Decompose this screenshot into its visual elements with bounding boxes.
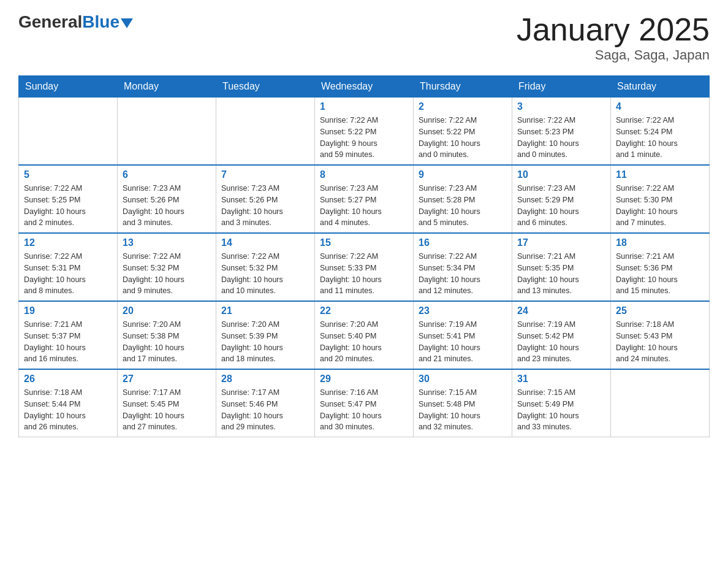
week-row-2: 5Sunrise: 7:22 AM Sunset: 5:25 PM Daylig… (19, 165, 710, 233)
page-subtitle: Saga, Saga, Japan (517, 47, 710, 63)
day-number: 14 (221, 237, 309, 248)
day-number: 12 (24, 237, 112, 248)
header-cell-sunday: Sunday (19, 76, 118, 98)
day-info: Sunrise: 7:22 AM Sunset: 5:34 PM Dayligh… (419, 251, 507, 297)
day-info: Sunrise: 7:22 AM Sunset: 5:24 PM Dayligh… (616, 115, 704, 161)
calendar-cell: 29Sunrise: 7:16 AM Sunset: 5:47 PM Dayli… (315, 369, 414, 437)
calendar-cell (216, 98, 315, 166)
logo: GeneralBlue (18, 12, 133, 32)
day-info: Sunrise: 7:22 AM Sunset: 5:32 PM Dayligh… (123, 251, 211, 297)
day-info: Sunrise: 7:21 AM Sunset: 5:36 PM Dayligh… (616, 251, 704, 297)
calendar-cell: 4Sunrise: 7:22 AM Sunset: 5:24 PM Daylig… (611, 98, 710, 166)
day-number: 20 (123, 305, 211, 316)
header-cell-thursday: Thursday (414, 76, 512, 98)
logo-general-text: General (18, 12, 82, 32)
calendar-cell: 15Sunrise: 7:22 AM Sunset: 5:33 PM Dayli… (315, 233, 414, 301)
logo-triangle-icon (121, 18, 133, 28)
day-info: Sunrise: 7:20 AM Sunset: 5:40 PM Dayligh… (320, 319, 408, 365)
day-number: 26 (24, 373, 112, 385)
calendar-cell: 19Sunrise: 7:21 AM Sunset: 5:37 PM Dayli… (19, 301, 118, 369)
day-number: 21 (221, 305, 309, 316)
day-info: Sunrise: 7:20 AM Sunset: 5:38 PM Dayligh… (123, 319, 211, 365)
day-number: 24 (517, 305, 605, 316)
calendar-table: SundayMondayTuesdayWednesdayThursdayFrid… (18, 75, 710, 437)
day-info: Sunrise: 7:17 AM Sunset: 5:45 PM Dayligh… (123, 387, 211, 433)
header-cell-monday: Monday (118, 76, 216, 98)
calendar-cell: 1Sunrise: 7:22 AM Sunset: 5:22 PM Daylig… (315, 98, 414, 166)
day-info: Sunrise: 7:21 AM Sunset: 5:37 PM Dayligh… (24, 319, 112, 365)
day-number: 1 (320, 101, 408, 112)
day-number: 30 (419, 373, 507, 385)
day-number: 17 (517, 237, 605, 248)
day-info: Sunrise: 7:23 AM Sunset: 5:28 PM Dayligh… (419, 183, 507, 229)
calendar-cell: 7Sunrise: 7:23 AM Sunset: 5:26 PM Daylig… (216, 165, 315, 233)
week-row-1: 1Sunrise: 7:22 AM Sunset: 5:22 PM Daylig… (19, 98, 710, 166)
calendar-cell: 20Sunrise: 7:20 AM Sunset: 5:38 PM Dayli… (118, 301, 216, 369)
day-number: 16 (419, 237, 507, 248)
day-info: Sunrise: 7:16 AM Sunset: 5:47 PM Dayligh… (320, 387, 408, 433)
calendar-cell: 21Sunrise: 7:20 AM Sunset: 5:39 PM Dayli… (216, 301, 315, 369)
day-number: 22 (320, 305, 408, 316)
day-info: Sunrise: 7:18 AM Sunset: 5:43 PM Dayligh… (616, 319, 704, 365)
header-cell-saturday: Saturday (611, 76, 710, 98)
day-number: 5 (24, 169, 112, 180)
calendar-cell: 16Sunrise: 7:22 AM Sunset: 5:34 PM Dayli… (414, 233, 512, 301)
day-info: Sunrise: 7:15 AM Sunset: 5:48 PM Dayligh… (419, 387, 507, 433)
calendar-cell: 31Sunrise: 7:15 AM Sunset: 5:49 PM Dayli… (512, 369, 611, 437)
calendar-cell: 5Sunrise: 7:22 AM Sunset: 5:25 PM Daylig… (19, 165, 118, 233)
calendar-cell: 13Sunrise: 7:22 AM Sunset: 5:32 PM Dayli… (118, 233, 216, 301)
day-number: 28 (221, 373, 309, 385)
calendar-cell: 23Sunrise: 7:19 AM Sunset: 5:41 PM Dayli… (414, 301, 512, 369)
header-row: SundayMondayTuesdayWednesdayThursdayFrid… (19, 76, 710, 98)
day-number: 11 (616, 169, 704, 180)
day-info: Sunrise: 7:22 AM Sunset: 5:33 PM Dayligh… (320, 251, 408, 297)
calendar-body: 1Sunrise: 7:22 AM Sunset: 5:22 PM Daylig… (19, 98, 710, 437)
logo-blue-text: Blue (82, 12, 119, 32)
day-info: Sunrise: 7:23 AM Sunset: 5:26 PM Dayligh… (221, 183, 309, 229)
day-number: 23 (419, 305, 507, 316)
week-row-4: 19Sunrise: 7:21 AM Sunset: 5:37 PM Dayli… (19, 301, 710, 369)
page-header: GeneralBlue January 2025 Saga, Saga, Jap… (18, 12, 710, 63)
header-cell-wednesday: Wednesday (315, 76, 414, 98)
day-number: 8 (320, 169, 408, 180)
day-info: Sunrise: 7:23 AM Sunset: 5:29 PM Dayligh… (517, 183, 605, 229)
day-number: 3 (517, 101, 605, 112)
calendar-cell (118, 98, 216, 166)
day-info: Sunrise: 7:19 AM Sunset: 5:41 PM Dayligh… (419, 319, 507, 365)
calendar-cell: 3Sunrise: 7:22 AM Sunset: 5:23 PM Daylig… (512, 98, 611, 166)
day-info: Sunrise: 7:22 AM Sunset: 5:23 PM Dayligh… (517, 115, 605, 161)
calendar-cell: 2Sunrise: 7:22 AM Sunset: 5:22 PM Daylig… (414, 98, 512, 166)
day-info: Sunrise: 7:22 AM Sunset: 5:22 PM Dayligh… (320, 115, 408, 161)
calendar-cell: 17Sunrise: 7:21 AM Sunset: 5:35 PM Dayli… (512, 233, 611, 301)
calendar-cell: 11Sunrise: 7:22 AM Sunset: 5:30 PM Dayli… (611, 165, 710, 233)
calendar-cell: 12Sunrise: 7:22 AM Sunset: 5:31 PM Dayli… (19, 233, 118, 301)
day-info: Sunrise: 7:20 AM Sunset: 5:39 PM Dayligh… (221, 319, 309, 365)
day-info: Sunrise: 7:23 AM Sunset: 5:26 PM Dayligh… (123, 183, 211, 229)
calendar-header: SundayMondayTuesdayWednesdayThursdayFrid… (19, 76, 710, 98)
day-info: Sunrise: 7:22 AM Sunset: 5:25 PM Dayligh… (24, 183, 112, 229)
day-number: 29 (320, 373, 408, 385)
day-number: 13 (123, 237, 211, 248)
week-row-5: 26Sunrise: 7:18 AM Sunset: 5:44 PM Dayli… (19, 369, 710, 437)
calendar-cell: 9Sunrise: 7:23 AM Sunset: 5:28 PM Daylig… (414, 165, 512, 233)
day-number: 2 (419, 101, 507, 112)
calendar-cell: 18Sunrise: 7:21 AM Sunset: 5:36 PM Dayli… (611, 233, 710, 301)
title-block: January 2025 Saga, Saga, Japan (517, 12, 710, 63)
calendar-cell: 14Sunrise: 7:22 AM Sunset: 5:32 PM Dayli… (216, 233, 315, 301)
day-number: 4 (616, 101, 704, 112)
day-number: 9 (419, 169, 507, 180)
header-cell-friday: Friday (512, 76, 611, 98)
day-number: 25 (616, 305, 704, 316)
calendar-cell (611, 369, 710, 437)
calendar-cell: 28Sunrise: 7:17 AM Sunset: 5:46 PM Dayli… (216, 369, 315, 437)
calendar-cell (19, 98, 118, 166)
day-info: Sunrise: 7:15 AM Sunset: 5:49 PM Dayligh… (517, 387, 605, 433)
day-info: Sunrise: 7:22 AM Sunset: 5:30 PM Dayligh… (616, 183, 704, 229)
day-info: Sunrise: 7:22 AM Sunset: 5:32 PM Dayligh… (221, 251, 309, 297)
calendar-cell: 22Sunrise: 7:20 AM Sunset: 5:40 PM Dayli… (315, 301, 414, 369)
calendar-cell: 30Sunrise: 7:15 AM Sunset: 5:48 PM Dayli… (414, 369, 512, 437)
calendar-cell: 27Sunrise: 7:17 AM Sunset: 5:45 PM Dayli… (118, 369, 216, 437)
day-info: Sunrise: 7:18 AM Sunset: 5:44 PM Dayligh… (24, 387, 112, 433)
day-number: 31 (517, 373, 605, 385)
calendar-cell: 6Sunrise: 7:23 AM Sunset: 5:26 PM Daylig… (118, 165, 216, 233)
